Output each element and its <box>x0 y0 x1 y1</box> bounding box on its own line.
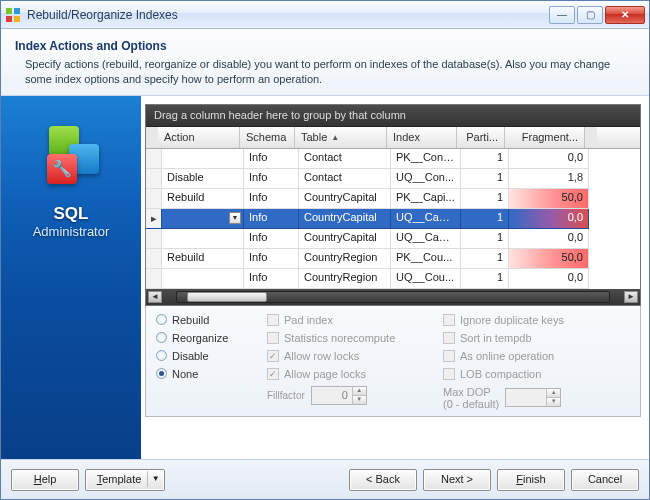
page-title: Index Actions and Options <box>15 39 635 53</box>
sort-asc-icon: ▲ <box>331 133 339 142</box>
check-tempdb: Sort in tempdb <box>443 332 630 344</box>
svg-rect-1 <box>14 8 20 14</box>
grid-body[interactable]: InfoContactPK__Cont...10,0DisableInfoCon… <box>146 149 640 289</box>
footer: Help Template▼ < Back Next > Finish Canc… <box>1 459 649 499</box>
col-index[interactable]: Index <box>387 127 457 148</box>
scroll-right-button[interactable]: ► <box>624 291 638 303</box>
radio-disable[interactable]: Disable <box>156 350 251 362</box>
titlebar: Rebuild/Reorganize Indexes — ▢ ✕ <box>1 1 649 29</box>
grid-header: Action Schema Table▲ Index Parti... Frag… <box>146 127 640 149</box>
help-button[interactable]: Help <box>11 469 79 491</box>
col-schema[interactable]: Schema <box>240 127 295 148</box>
col-menu-handle[interactable] <box>585 127 597 148</box>
check-ignore-dup: Ignore duplicate keys <box>443 314 630 326</box>
sidebar: 🔧 SQL Administrator <box>1 96 141 459</box>
radio-none[interactable]: None <box>156 368 251 380</box>
table-row[interactable]: InfoContactPK__Cont...10,0 <box>146 149 640 169</box>
row-indicator-header <box>146 127 158 148</box>
radio-rebuild[interactable]: Rebuild <box>156 314 251 326</box>
check-online: As online operation <box>443 350 630 362</box>
check-statistics: Statistics norecompute <box>267 332 427 344</box>
table-row[interactable]: InfoCountryCapitalUQ__Capi...10,0 <box>146 229 640 249</box>
check-lob: LOB compaction <box>443 368 630 380</box>
horizontal-scrollbar[interactable]: ◄ ► <box>146 289 640 305</box>
finish-button[interactable]: Finish <box>497 469 565 491</box>
index-grid: Drag a column header here to group by th… <box>145 104 641 306</box>
scroll-track[interactable] <box>176 291 610 303</box>
radio-reorganize[interactable]: Reorganize <box>156 332 251 344</box>
scroll-thumb[interactable] <box>187 292 267 302</box>
window-title: Rebuild/Reorganize Indexes <box>27 8 547 22</box>
maxdop-spinner: ▲▼ <box>505 388 561 407</box>
options-panel: Rebuild Reorganize Disable None Pad inde… <box>145 306 641 417</box>
maximize-button[interactable]: ▢ <box>577 6 603 24</box>
table-row[interactable]: ▸▼InfoCountryCapitalUQ__Capi...10,0 <box>146 209 640 229</box>
col-table[interactable]: Table▲ <box>295 127 387 148</box>
check-pad-index: Pad index <box>267 314 427 326</box>
check-page-locks: ✓Allow page locks <box>267 368 427 380</box>
fillfactor-spinner: ▲▼ <box>311 386 367 405</box>
cancel-button[interactable]: Cancel <box>571 469 639 491</box>
header-panel: Index Actions and Options Specify action… <box>1 29 649 96</box>
back-button[interactable]: < Back <box>349 469 417 491</box>
group-by-bar[interactable]: Drag a column header here to group by th… <box>146 105 640 127</box>
col-action[interactable]: Action <box>158 127 240 148</box>
product-logo: 🔧 <box>39 126 103 190</box>
table-row[interactable]: InfoCountryRegionUQ__Cou...10,0 <box>146 269 640 289</box>
app-icon <box>5 7 21 23</box>
col-partition[interactable]: Parti... <box>457 127 505 148</box>
minimize-button[interactable]: — <box>549 6 575 24</box>
table-row[interactable]: RebuildInfoCountryRegionPK__Cou...150,0 <box>146 249 640 269</box>
table-row[interactable]: RebuildInfoCountryCapitalPK__Capi...150,… <box>146 189 640 209</box>
svg-rect-0 <box>6 8 12 14</box>
action-dropdown-button[interactable]: ▼ <box>229 212 241 224</box>
chevron-down-icon[interactable]: ▼ <box>147 471 163 487</box>
fillfactor-label: Fillfactor <box>267 390 305 401</box>
maxdop-label: Max DOP(0 - default) <box>443 386 499 410</box>
col-fragmentation[interactable]: Fragment... <box>505 127 585 148</box>
scroll-left-button[interactable]: ◄ <box>148 291 162 303</box>
close-button[interactable]: ✕ <box>605 6 645 24</box>
check-row-locks: ✓Allow row locks <box>267 350 427 362</box>
next-button[interactable]: Next > <box>423 469 491 491</box>
window: Rebuild/Reorganize Indexes — ▢ ✕ Index A… <box>0 0 650 500</box>
page-description: Specify actions (rebuild, reorganize or … <box>15 57 635 87</box>
template-button[interactable]: Template▼ <box>85 469 165 491</box>
svg-rect-3 <box>14 16 20 22</box>
svg-rect-2 <box>6 16 12 22</box>
product-name-1: SQL <box>54 204 89 224</box>
product-name-2: Administrator <box>33 224 110 239</box>
table-row[interactable]: DisableInfoContactUQ__Con...11,8 <box>146 169 640 189</box>
